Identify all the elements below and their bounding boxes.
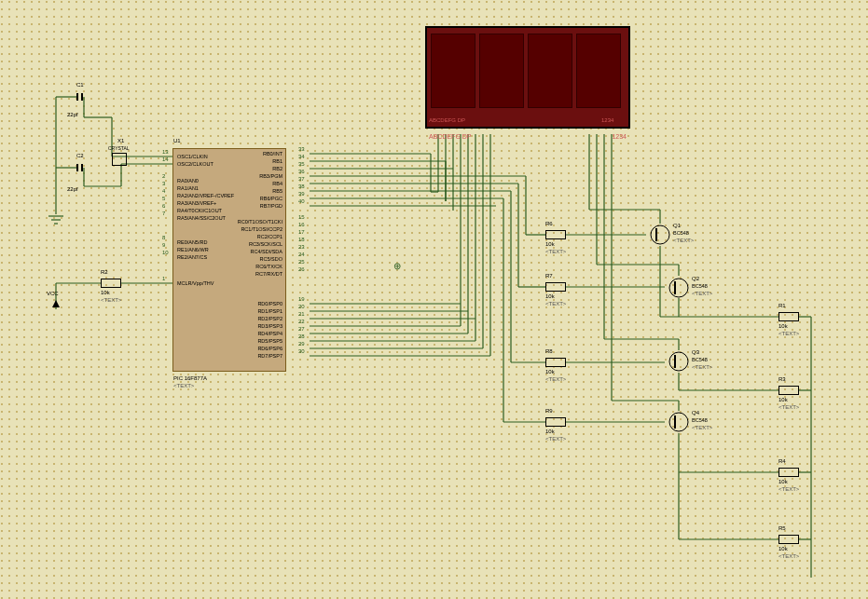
transistor-part: BC548 <box>692 283 708 289</box>
pin-label: RD7/PSP7 <box>257 353 282 359</box>
pin-label: RB0/INT <box>263 151 282 157</box>
pin-label: RE2/AN7/CS <box>177 254 207 260</box>
pin-label: OSC2/CLKOUT <box>177 161 214 167</box>
pin-label: OSC1/CLKIN <box>177 154 208 159</box>
pin-label: RD3/PSP3 <box>257 323 282 329</box>
pin-label: RD1/PSP1 <box>257 308 282 314</box>
resistor-r9 <box>545 417 566 427</box>
pin-number: 27 <box>298 326 305 332</box>
resistor-text: <TEXT> <box>545 376 566 382</box>
resistor-value: 10k <box>545 293 555 299</box>
resistor-value: 10k <box>545 429 555 434</box>
pin-label: RA1/AN1 <box>177 185 199 191</box>
resistor-text: <TEXT> <box>778 331 799 336</box>
display-pin-label: ABCDEFG DP <box>429 117 465 123</box>
pin-number: 34 <box>298 154 305 159</box>
crystal-icon <box>112 153 127 166</box>
transistor-ref: Q4 <box>692 410 699 415</box>
resistor-value: 10k <box>778 479 788 484</box>
resistor-ref: R5 <box>778 525 786 531</box>
resistor-r8 <box>545 358 566 367</box>
pin-label: RC1/T1OSI/CCP2 <box>241 226 282 232</box>
pin-label: RA2/AN2/VREF-/CVREF <box>177 193 234 198</box>
resistor-text: <TEXT> <box>101 297 121 303</box>
pin-label: RA3/AN3/VREF+ <box>177 200 216 206</box>
pin-label: RA0/AN0 <box>177 178 199 184</box>
pin-number: 24 <box>298 252 305 257</box>
resistor-value: 10k <box>545 241 555 247</box>
pin-number: 9 <box>162 242 165 248</box>
transistor-text: <TEXT> <box>692 364 712 370</box>
pin-label: RC7/RX/DT <box>255 271 282 277</box>
pin-number: 35 <box>298 161 305 167</box>
origin-marker-icon: ⊕ <box>393 261 401 271</box>
transistor-part: BC548 <box>692 357 708 362</box>
transistor-ref: Q2 <box>692 276 699 281</box>
resistor-r2 <box>101 279 121 288</box>
chip-ref: U1 <box>173 138 181 143</box>
pin-label: RA4/T0CKI/C1OUT <box>177 208 222 213</box>
pin-number: 13 <box>162 149 169 155</box>
pin-number: 37 <box>298 176 305 182</box>
chip-part: PIC 16F877A <box>173 375 207 381</box>
c1-ref: C1 <box>76 82 84 88</box>
pin-number: 40 <box>298 198 305 204</box>
pin-number: 5 <box>162 196 165 201</box>
transistor-text: <TEXT> <box>692 291 712 296</box>
c2-val: 22pf <box>67 186 78 192</box>
resistor-r4 <box>778 468 799 477</box>
transistor-ref: Q1 <box>673 223 681 228</box>
pin-number: 26 <box>298 266 305 272</box>
display-pins-left: ABCDEFG DP <box>429 133 472 140</box>
resistor-text: <TEXT> <box>778 553 799 559</box>
pin-label: RB6/PGC <box>260 196 282 201</box>
pin-label: RC4/SDI/SDA <box>250 249 282 254</box>
pin-number: 20 <box>298 304 305 309</box>
resistor-r7 <box>545 282 566 292</box>
resistor-value: 10k <box>778 397 788 402</box>
pin-label: RB7/PGD <box>260 203 282 209</box>
transistor-text: <TEXT> <box>692 425 712 430</box>
pin-number: 17 <box>298 229 305 235</box>
pin-number: 6 <box>162 203 165 209</box>
resistor-r3 <box>778 386 799 395</box>
pin-number: 23 <box>298 244 305 250</box>
resistor-r6 <box>545 230 566 239</box>
pin-number: 2 <box>162 173 165 179</box>
pin-number: 1 <box>162 276 165 281</box>
pin-number: 28 <box>298 334 305 339</box>
pin-label: RA5/AN4/SS/C2OUT <box>177 215 226 221</box>
pin-number: 14 <box>162 157 169 162</box>
resistor-value: 10k <box>545 369 555 374</box>
transistor-ref: Q3 <box>692 349 699 355</box>
pin-number: 3 <box>162 181 165 186</box>
pin-number: 21 <box>298 311 305 317</box>
display-pins-right: 1234 <box>612 133 627 140</box>
resistor-ref: R1 <box>778 303 786 308</box>
pin-label: RC0/T1OSO/T1CKI <box>238 219 282 225</box>
pin-number: 30 <box>298 348 305 354</box>
pin-label: RC2/CCP1 <box>257 234 282 239</box>
resistor-value: 10k <box>778 323 788 329</box>
pin-label: RD5/PSP5 <box>257 338 282 344</box>
pin-label: RD0/PSP0 <box>257 301 282 306</box>
transistor-text: <TEXT> <box>673 238 694 243</box>
resistor-r1 <box>778 312 799 321</box>
pin-number: 33 <box>298 146 305 152</box>
resistor-ref: R7 <box>545 273 553 279</box>
resistor-value: 10k <box>778 546 788 551</box>
pin-label: RE1/AN6/WR <box>177 247 209 252</box>
c1-val: 22pf <box>67 112 78 117</box>
transistor-part: BC548 <box>673 230 689 236</box>
cap-c2 <box>76 164 84 171</box>
pin-label: RB3/PGM <box>259 173 282 179</box>
pin-label: RB2 <box>272 166 282 171</box>
resistor-text: <TEXT> <box>778 486 799 492</box>
vcc-arrow-icon <box>52 300 60 307</box>
chip-text: <TEXT> <box>173 383 194 388</box>
pin-label: RB5 <box>272 188 282 194</box>
pin-number: 16 <box>298 222 305 227</box>
resistor-ref: R2 <box>101 269 108 275</box>
resistor-ref: R3 <box>778 376 786 382</box>
resistor-text: <TEXT> <box>545 249 566 254</box>
